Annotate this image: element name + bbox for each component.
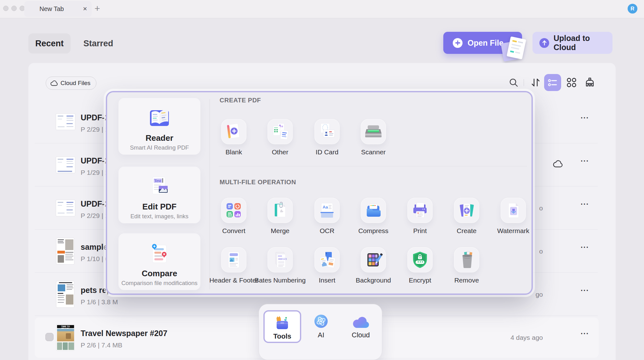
ocr-icon-text: Aa — [323, 205, 328, 209]
search-icon[interactable] — [506, 75, 521, 90]
convert-icon — [224, 201, 244, 220]
grid-view-icon[interactable] — [564, 75, 579, 90]
row-menu-button[interactable]: ••• — [577, 331, 593, 336]
new-tab-icon[interactable]: + — [95, 4, 100, 13]
divider — [524, 79, 524, 86]
dock-ai-label: AI — [318, 331, 325, 339]
list-view-icon — [548, 77, 558, 88]
file-thumbnail — [56, 113, 75, 130]
tab-close-icon[interactable]: ✕ — [83, 6, 87, 12]
edit-pdf-card[interactable]: Text Edit PDF Edit text, images, links — [118, 167, 200, 223]
sort-icon[interactable] — [528, 75, 543, 90]
multi-file-header: MULTI-FILE OPERATION — [220, 179, 296, 186]
compare-title: Compare — [118, 269, 200, 278]
tool-scanner[interactable]: Scanner — [342, 119, 405, 156]
tool-remove[interactable]: Remove — [435, 247, 498, 284]
upload-to-cloud-button[interactable]: Upload to Cloud — [532, 32, 612, 54]
tools-icon — [274, 313, 290, 330]
file-title: UPDF-2 — [81, 199, 109, 209]
edit-icon-text: Text — [154, 179, 161, 183]
id-card-icon — [317, 122, 337, 142]
row-menu-button[interactable]: ••• — [577, 245, 593, 250]
bates-numbering-icon: 000123 — [270, 250, 290, 270]
scanner-icon — [363, 122, 383, 142]
tools-overlay-panel: Reader Smart AI Reading PDF Text Edit PD… — [106, 91, 533, 295]
dock-cloud-label: Cloud — [352, 331, 370, 339]
tab-title: New Tab — [24, 5, 79, 13]
row-menu-button[interactable]: ••• — [577, 288, 593, 293]
plus-circle-icon — [453, 38, 463, 48]
upload-arrow-icon — [539, 38, 549, 48]
file-meta: P 2/6 | 7.4 MB — [81, 341, 122, 349]
bottom-dock: Tools AI Cloud — [259, 304, 382, 360]
cloud-files-button[interactable]: Cloud Files — [46, 77, 96, 90]
other-formats-icon — [270, 122, 290, 142]
cloud-dock-icon — [352, 311, 370, 329]
file-thumbnail — [56, 157, 75, 173]
dock-tools-label: Tools — [273, 332, 291, 340]
file-meta: P 1/6 | 3.8 M — [81, 298, 118, 306]
titlebar: New Tab ✕ + R — [0, 0, 644, 18]
file-date: o — [539, 248, 543, 255]
reader-subtitle: Smart AI Reading PDF — [118, 144, 200, 151]
row-checkbox[interactable] — [45, 333, 54, 341]
edit-pdf-icon: Text — [118, 175, 200, 199]
reader-title: Reader — [118, 133, 200, 143]
list-view-button[interactable] — [544, 74, 561, 91]
papers-illustration — [500, 35, 529, 64]
upload-label: Upload to Cloud — [554, 34, 612, 52]
tab-starred[interactable]: Starred — [79, 33, 117, 54]
clean-brush-icon[interactable] — [582, 75, 597, 90]
create-icon — [457, 201, 476, 220]
file-title: UPDF-2 — [81, 113, 109, 122]
ocr-icon: Aa — [317, 201, 337, 220]
close-window-button[interactable] — [3, 6, 9, 11]
row-menu-button[interactable]: ••• — [577, 115, 593, 120]
remove-icon — [457, 250, 476, 270]
avatar[interactable]: R — [628, 4, 637, 14]
file-meta: P 2/29 | 1 — [81, 126, 109, 133]
compare-card[interactable]: Compare Comparison file modifications — [118, 233, 200, 290]
background-icon — [364, 250, 383, 270]
cloud-files-label: Cloud Files — [60, 80, 90, 87]
encrypt-icon: *** — [410, 250, 430, 270]
cloud-icon — [50, 80, 58, 86]
dock-item-ai[interactable]: AI — [306, 311, 336, 342]
open-file-label: Open File — [468, 38, 503, 48]
file-meta: P 1/29 | 1 — [81, 169, 109, 176]
dock-item-cloud[interactable]: Cloud — [345, 311, 377, 342]
edit-pdf-subtitle: Edit text, images, links — [118, 213, 200, 220]
ai-icon — [313, 311, 329, 329]
file-date: 4 days ago — [510, 334, 543, 341]
compare-subtitle: Comparison file modifications — [118, 280, 200, 287]
tool-watermark[interactable]: Watermark — [482, 198, 545, 235]
tab-recent[interactable]: Recent — [28, 33, 71, 54]
file-title: UPDF-2 — [81, 156, 109, 165]
print-icon — [410, 201, 430, 220]
file-thumbnail — [56, 200, 75, 216]
row-menu-button[interactable]: ••• — [577, 202, 593, 207]
cloud-sync-icon — [553, 160, 563, 168]
file-thumbnail — [56, 281, 74, 308]
header-footer-icon — [224, 250, 244, 270]
compare-icon — [118, 242, 200, 266]
reader-card[interactable]: Reader Smart AI Reading PDF — [118, 98, 200, 155]
merge-icon — [270, 201, 290, 220]
reader-book-icon — [118, 106, 200, 130]
file-title: Travel Newspaper #207 — [81, 329, 167, 338]
watermark-icon — [503, 201, 523, 220]
file-meta: P 1/10 | 6 — [81, 255, 109, 263]
file-meta: P 2/29 | 1 — [81, 212, 109, 220]
minimize-window-button[interactable] — [11, 6, 17, 11]
file-thumbnail — [56, 238, 74, 265]
insert-icon — [317, 250, 337, 270]
tab-new-tab[interactable]: New Tab ✕ — [24, 1, 92, 17]
file-date: go — [536, 291, 543, 298]
blank-icon — [224, 122, 244, 142]
dock-item-tools[interactable]: Tools — [263, 310, 301, 343]
bates-icon-text: 000123 — [278, 258, 287, 260]
row-menu-button[interactable]: ••• — [577, 158, 593, 163]
divider — [219, 166, 527, 166]
file-thumbnail: TIME TO TRAVEL — [56, 324, 74, 351]
compress-icon — [364, 201, 383, 220]
